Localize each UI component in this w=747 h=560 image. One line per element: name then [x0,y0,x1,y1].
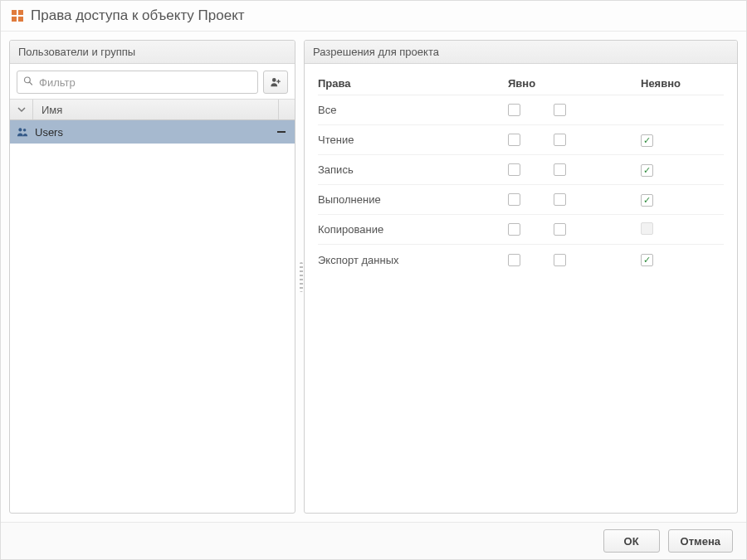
explicit-cell [508,134,641,146]
remove-item-button[interactable] [275,126,288,139]
list-item[interactable]: Users [10,120,295,144]
col-rights-label: Права [318,77,508,90]
svg-line-5 [30,82,32,85]
explicit-cell [508,254,641,266]
implicit-checkbox [641,222,653,235]
explicit-allow-checkbox[interactable] [508,254,520,266]
explicit-allow-checkbox[interactable] [508,193,520,206]
column-name-label[interactable]: Имя [33,100,278,119]
content-area: Пользователи и группы [1,32,746,522]
ok-button[interactable]: ОК [603,529,660,553]
explicit-allow-checkbox[interactable] [508,134,520,146]
explicit-cell [508,193,641,206]
users-groups-panel: Пользователи и группы [9,40,295,514]
implicit-cell [641,222,724,237]
permission-label: Запись [318,163,508,176]
minus-icon [277,128,286,136]
implicit-checkbox [641,134,653,147]
permission-row: Выполнение [318,185,724,215]
chevron-down-icon [17,105,26,114]
column-header-tail [278,100,295,119]
dialog-footer: ОК Отмена [1,522,746,559]
cancel-button[interactable]: Отмена [668,529,733,553]
window-title: Права доступа к объекту Проект [31,7,245,24]
list-item-label: Users [35,126,268,139]
permission-label: Чтение [318,134,508,146]
permission-row: Запись [318,155,724,185]
users-groups-header: Пользователи и группы [10,41,295,64]
titlebar: Права доступа к объекту Проект [1,1,746,32]
implicit-cell [641,193,724,207]
explicit-deny-checkbox[interactable] [554,134,566,146]
explicit-allow-checkbox[interactable] [508,104,520,116]
splitter-handle[interactable] [300,262,303,292]
explicit-cell [508,223,641,236]
dialog-window: Права доступа к объекту Проект Пользоват… [0,0,747,560]
permission-row: Все [318,95,724,125]
svg-rect-9 [277,131,286,133]
permissions-header: Разрешения для проекта [305,41,737,64]
explicit-allow-checkbox[interactable] [508,223,520,236]
implicit-cell [641,163,724,177]
permission-label: Копирование [318,223,508,236]
permissions-columns: Права Явно Неявно [318,72,724,95]
svg-point-6 [272,78,276,82]
add-user-button[interactable] [263,71,288,94]
explicit-deny-checkbox[interactable] [554,193,566,206]
permissions-rows: ВсеЧтениеЗаписьВыполнениеКопированиеЭксп… [318,95,724,275]
permissions-panel: Разрешения для проекта Права Явно Неявно… [304,40,738,514]
explicit-deny-checkbox[interactable] [554,104,566,116]
explicit-cell [508,104,641,116]
explicit-deny-checkbox[interactable] [554,223,566,236]
permission-label: Выполнение [318,193,508,206]
users-list: Users [10,120,295,513]
explicit-allow-checkbox[interactable] [508,163,520,176]
explicit-deny-checkbox[interactable] [554,254,566,266]
filter-input-wrap [17,71,258,94]
sort-toggle[interactable] [10,100,33,119]
implicit-checkbox [641,194,653,207]
search-icon [23,76,33,89]
svg-rect-1 [18,10,23,15]
implicit-cell [641,134,724,147]
col-explicit-label: Явно [508,77,641,90]
permissions-icon [11,9,24,22]
filter-input[interactable] [17,71,258,94]
implicit-checkbox [641,164,653,177]
svg-point-8 [23,129,27,132]
svg-rect-2 [12,17,17,22]
permission-row: Копирование [318,215,724,245]
explicit-cell [508,163,641,176]
col-implicit-label: Неявно [641,77,724,90]
group-icon [17,126,28,138]
implicit-cell [641,253,724,266]
explicit-deny-checkbox[interactable] [554,163,566,176]
permission-row: Экспорт данных [318,245,724,275]
svg-rect-3 [18,17,23,22]
svg-point-7 [18,128,22,131]
svg-rect-0 [12,10,17,15]
users-column-header: Имя [10,99,295,120]
permission-row: Чтение [318,125,724,155]
permission-label: Экспорт данных [318,254,508,266]
permission-label: Все [318,104,508,116]
implicit-checkbox [641,254,653,266]
user-plus-icon [270,76,281,88]
